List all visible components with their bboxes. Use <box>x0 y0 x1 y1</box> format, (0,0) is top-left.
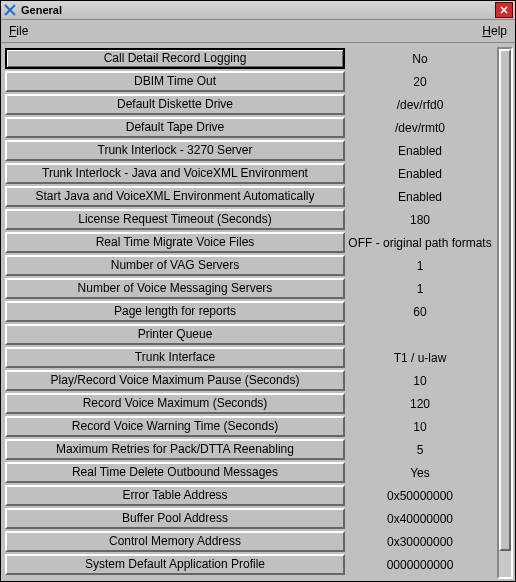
setting-value: T1 / u-law <box>345 346 495 369</box>
setting-row: DBIM Time Out20 <box>5 70 495 93</box>
setting-value: Enabled <box>345 139 495 162</box>
vertical-scrollbar[interactable] <box>497 47 513 579</box>
setting-row: Printer Queue <box>5 323 495 346</box>
menubar: File Help <box>1 20 515 43</box>
setting-label-button[interactable]: Play/Record Voice Maximum Pause (Seconds… <box>5 370 345 391</box>
setting-value: 0000000000 <box>345 553 495 576</box>
setting-value: 20 <box>345 70 495 93</box>
setting-value: /dev/rmt0 <box>345 116 495 139</box>
setting-value: 5 <box>345 438 495 461</box>
menu-help[interactable]: Help <box>480 22 509 40</box>
setting-row: Trunk Interlock - 3270 ServerEnabled <box>5 139 495 162</box>
setting-label-button[interactable]: Default Tape Drive <box>5 117 345 138</box>
setting-row: Default Tape Drive/dev/rmt0 <box>5 116 495 139</box>
setting-label-button[interactable]: Call Detail Record Logging <box>5 48 345 69</box>
close-button[interactable] <box>495 2 513 18</box>
scrollbar-thumb[interactable] <box>499 49 511 551</box>
setting-row: Number of VAG Servers1 <box>5 254 495 277</box>
setting-label-button[interactable]: Maximum Retries for Pack/DTTA Reenabling <box>5 439 345 460</box>
setting-row: License Request Timeout (Seconds)180 <box>5 208 495 231</box>
settings-list: Call Detail Record LoggingNoDBIM Time Ou… <box>5 47 495 579</box>
setting-label-button[interactable]: Record Voice Maximum (Seconds) <box>5 393 345 414</box>
setting-label-button[interactable]: Real Time Migrate Voice Files <box>5 232 345 253</box>
setting-row: Control Memory Address0x30000000 <box>5 530 495 553</box>
setting-value: 180 <box>345 208 495 231</box>
setting-row: Maximum Retries for Pack/DTTA Reenabling… <box>5 438 495 461</box>
setting-label-button[interactable]: DBIM Time Out <box>5 71 345 92</box>
setting-label-button[interactable]: Default Diskette Drive <box>5 94 345 115</box>
setting-row: Real Time Migrate Voice FilesOFF - origi… <box>5 231 495 254</box>
window-title: General <box>21 4 495 16</box>
close-icon <box>500 6 508 14</box>
setting-label-button[interactable]: License Request Timeout (Seconds) <box>5 209 345 230</box>
setting-label-button[interactable]: System Default Application Profile <box>5 554 345 575</box>
setting-row: System Default Application Profile000000… <box>5 553 495 576</box>
setting-label-button[interactable]: Page length for reports <box>5 301 345 322</box>
menu-file[interactable]: File <box>7 22 30 40</box>
setting-row: Default Diskette Drive/dev/rfd0 <box>5 93 495 116</box>
setting-row: Page length for reports60 <box>5 300 495 323</box>
titlebar: General <box>1 1 515 20</box>
setting-row: Error Table Address0x50000000 <box>5 484 495 507</box>
setting-label-button[interactable]: Buffer Pool Address <box>5 508 345 529</box>
setting-label-button[interactable]: Start Java and VoiceXML Environment Auto… <box>5 186 345 207</box>
setting-row: Number of Voice Messaging Servers1 <box>5 277 495 300</box>
setting-row: Trunk InterfaceT1 / u-law <box>5 346 495 369</box>
setting-value: 0x30000000 <box>345 530 495 553</box>
setting-label-button[interactable]: Error Table Address <box>5 485 345 506</box>
window-icon <box>3 3 17 17</box>
setting-label-button[interactable]: Record Voice Warning Time (Seconds) <box>5 416 345 437</box>
setting-row: Record Voice Maximum (Seconds)120 <box>5 392 495 415</box>
setting-label-button[interactable]: Number of VAG Servers <box>5 255 345 276</box>
setting-value: 120 <box>345 392 495 415</box>
setting-row: Call Detail Record LoggingNo <box>5 47 495 70</box>
setting-value: /dev/rfd0 <box>345 93 495 116</box>
setting-value: 1 <box>345 277 495 300</box>
setting-row: Trunk Interlock - Java and VoiceXML Envi… <box>5 162 495 185</box>
setting-value: 60 <box>345 300 495 323</box>
setting-value: 10 <box>345 415 495 438</box>
setting-row: Start Java and VoiceXML Environment Auto… <box>5 185 495 208</box>
general-window: General File Help Call Detail Record Log… <box>0 0 516 582</box>
setting-row: Buffer Pool Address0x40000000 <box>5 507 495 530</box>
setting-value: 0x40000000 <box>345 507 495 530</box>
setting-value: OFF - original path formats <box>345 231 495 254</box>
setting-label-button[interactable]: Trunk Interlock - Java and VoiceXML Envi… <box>5 163 345 184</box>
setting-value: Enabled <box>345 162 495 185</box>
setting-value <box>345 323 495 346</box>
client-area: Call Detail Record LoggingNoDBIM Time Ou… <box>1 43 515 581</box>
setting-value: Enabled <box>345 185 495 208</box>
setting-row: Real Time Delete Outbound MessagesYes <box>5 461 495 484</box>
setting-value: 10 <box>345 369 495 392</box>
setting-label-button[interactable]: Printer Queue <box>5 324 345 345</box>
setting-label-button[interactable]: Real Time Delete Outbound Messages <box>5 462 345 483</box>
setting-value: No <box>345 47 495 70</box>
setting-row: Record Voice Warning Time (Seconds)10 <box>5 415 495 438</box>
setting-label-button[interactable]: Trunk Interface <box>5 347 345 368</box>
setting-value: 0x50000000 <box>345 484 495 507</box>
setting-row: Play/Record Voice Maximum Pause (Seconds… <box>5 369 495 392</box>
setting-value: Yes <box>345 461 495 484</box>
setting-value: 1 <box>345 254 495 277</box>
setting-label-button[interactable]: Trunk Interlock - 3270 Server <box>5 140 345 161</box>
setting-label-button[interactable]: Number of Voice Messaging Servers <box>5 278 345 299</box>
setting-label-button[interactable]: Control Memory Address <box>5 531 345 552</box>
